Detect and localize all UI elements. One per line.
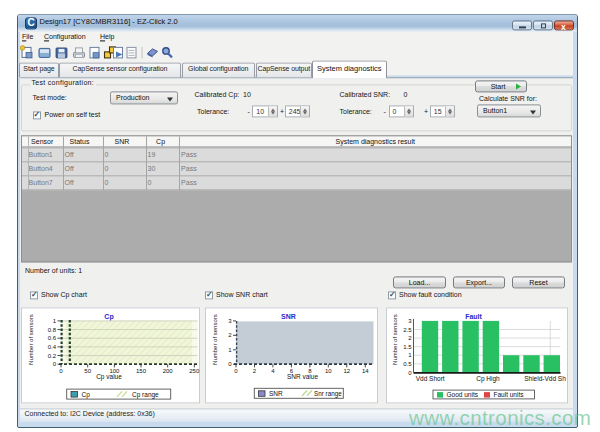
svg-text:0: 0 bbox=[234, 368, 238, 374]
svg-text:Cp value: Cp value bbox=[96, 373, 122, 381]
svg-text:Cp range: Cp range bbox=[132, 391, 159, 399]
svg-text:1.5: 1.5 bbox=[403, 344, 412, 350]
svg-text:SNR value: SNR value bbox=[287, 373, 318, 380]
svg-text:1: 1 bbox=[52, 318, 56, 324]
svg-text:4: 4 bbox=[271, 368, 275, 374]
svg-text:Vdd Short: Vdd Short bbox=[416, 375, 445, 382]
svg-text:0: 0 bbox=[59, 368, 63, 374]
svg-text:Cp: Cp bbox=[81, 391, 90, 399]
svg-text:2: 2 bbox=[408, 335, 412, 341]
svg-text:SNR: SNR bbox=[281, 313, 296, 320]
svg-text:10: 10 bbox=[325, 368, 332, 374]
svg-text:Fault units: Fault units bbox=[494, 391, 525, 398]
svg-text:250: 250 bbox=[189, 368, 200, 374]
svg-text:Snr range: Snr range bbox=[314, 390, 342, 398]
svg-text:0: 0 bbox=[408, 370, 412, 376]
svg-text:150: 150 bbox=[136, 368, 147, 374]
svg-text:Number of sensors: Number of sensors bbox=[212, 314, 218, 365]
svg-text:SNR: SNR bbox=[269, 390, 283, 397]
svg-text:200: 200 bbox=[162, 368, 173, 374]
svg-text:1: 1 bbox=[228, 347, 232, 353]
svg-text:Good units: Good units bbox=[447, 391, 479, 398]
svg-text:2: 2 bbox=[253, 368, 257, 374]
svg-text:Number of sensors: Number of sensors bbox=[28, 314, 34, 365]
svg-text:0: 0 bbox=[228, 361, 232, 367]
svg-text:0.6: 0.6 bbox=[47, 335, 56, 341]
svg-text:2: 2 bbox=[228, 333, 232, 339]
svg-text:Fault: Fault bbox=[465, 313, 482, 320]
svg-text:0.8: 0.8 bbox=[47, 327, 56, 333]
svg-text:Shield-Vdd Sh: Shield-Vdd Sh bbox=[524, 375, 566, 382]
svg-text:0: 0 bbox=[52, 361, 56, 367]
svg-text:0.4: 0.4 bbox=[47, 344, 56, 350]
svg-text:Cp: Cp bbox=[104, 313, 113, 321]
svg-text:Cp High: Cp High bbox=[476, 375, 500, 383]
svg-text:2.5: 2.5 bbox=[403, 327, 412, 333]
svg-text:1: 1 bbox=[408, 352, 412, 358]
svg-text:0.2: 0.2 bbox=[47, 353, 56, 359]
svg-text:3: 3 bbox=[228, 318, 232, 324]
svg-text:Number of sensors: Number of sensors bbox=[392, 314, 398, 365]
svg-text:0.5: 0.5 bbox=[403, 361, 412, 367]
svg-text:50: 50 bbox=[84, 368, 91, 374]
svg-text:12: 12 bbox=[344, 368, 351, 374]
svg-text:14: 14 bbox=[362, 368, 369, 374]
svg-text:3: 3 bbox=[408, 318, 412, 324]
